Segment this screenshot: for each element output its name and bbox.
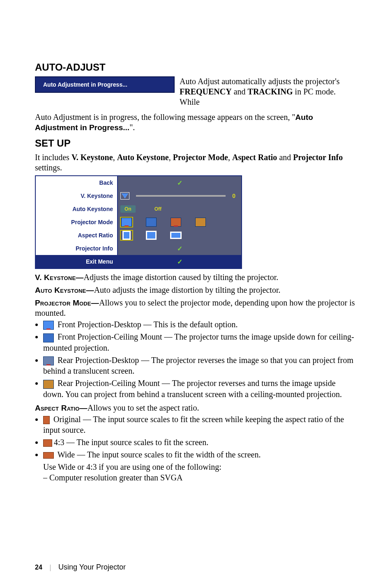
auto-adjust-lead-text: Auto Adjust automatically adjusts the pr… xyxy=(180,76,357,107)
menu-row-projector-mode[interactable]: Projector Mode xyxy=(36,216,241,229)
menu-label-exit: Exit Menu xyxy=(36,255,118,268)
auto-adjust-row: Auto Adjustment in Progress... Auto Adju… xyxy=(35,76,357,110)
def-autokeystone: Auto Keystone—Auto adjusts the image dis… xyxy=(35,285,357,295)
text: Front Projection-Ceiling Mount — The pro… xyxy=(43,332,354,352)
menu-row-exit[interactable]: Exit Menu xyxy=(36,255,241,268)
list-item: 4:3 — The input source scales to fit the… xyxy=(43,437,357,448)
def-label: V. Keystone— xyxy=(35,273,84,282)
list-item: Rear Projection-Ceiling Mount — The proj… xyxy=(43,378,357,399)
menu-row-back[interactable]: Back xyxy=(36,176,241,189)
front-ceiling-icon xyxy=(43,333,54,342)
mode-front-desktop-icon[interactable] xyxy=(120,217,133,227)
footer-label: Using Your Projector xyxy=(58,563,126,572)
menu-row-autokeystone[interactable]: Auto Keystone On Off xyxy=(36,202,241,216)
projector-mode-list: Front Projection-Desktop — This is the d… xyxy=(35,319,357,400)
text: Aspect Ratio xyxy=(232,153,277,162)
def-label: Auto Keystone— xyxy=(35,286,94,294)
tail-text-2: – Computer resolution greater than SVGA xyxy=(43,472,357,483)
def-label: Projector Mode— xyxy=(35,299,99,307)
page-footer: 24 | Using Your Projector xyxy=(35,563,126,572)
text: Projector Info xyxy=(293,153,343,162)
ar-original-icon xyxy=(43,416,50,424)
ar-wide-icon[interactable] xyxy=(170,230,182,240)
text: Auto Adjust automatically adjusts the pr… xyxy=(180,77,340,86)
page: AUTO-ADJUST Auto Adjustment in Progress.… xyxy=(0,0,392,588)
slider-value: 0 xyxy=(232,193,235,199)
menu-row-vkeystone[interactable]: V. Keystone 0 xyxy=(36,189,241,202)
footer-separator: | xyxy=(50,564,51,571)
rear-ceiling-icon xyxy=(43,380,54,389)
front-desktop-icon xyxy=(43,321,54,330)
text-frequency: FREQUENCY xyxy=(180,87,232,96)
text: Rear Projection-Desktop — The projector … xyxy=(43,356,353,375)
text: and xyxy=(232,87,248,96)
text: Original — The input source scales to fi… xyxy=(43,415,344,434)
menu-label-vkeystone: V. Keystone xyxy=(36,189,118,202)
setup-intro: It includes V. Keystone, Auto Keystone, … xyxy=(35,152,357,173)
text: Projector Mode xyxy=(173,153,228,162)
ar-wide-icon xyxy=(43,452,54,459)
text: settings. xyxy=(35,163,62,172)
def-text: Auto adjusts the image distortion by til… xyxy=(94,285,281,294)
def-text: Allows you to set the aspect ratio. xyxy=(88,403,199,412)
menu-row-aspect-ratio[interactable]: Aspect Ratio xyxy=(36,229,241,242)
aspect-ratio-list: Original — The input source scales to fi… xyxy=(35,414,357,483)
menu-label-projector-info: Projector Info xyxy=(36,242,118,255)
text-tracking: TRACKING xyxy=(248,87,293,96)
check-icon xyxy=(120,245,239,253)
text: Front Projection-Desktop — This is the d… xyxy=(58,320,238,329)
menu-label-projector-mode: Projector Mode xyxy=(36,216,118,229)
text: 4:3 — The input source scales to fit the… xyxy=(54,438,208,447)
list-item: Front Projection-Desktop — This is the d… xyxy=(43,319,357,330)
mode-front-ceiling-icon[interactable] xyxy=(145,217,157,227)
menu-label-autokeystone: Auto Keystone xyxy=(36,202,118,216)
text: V. Keystone xyxy=(71,153,113,162)
mode-rear-ceiling-icon[interactable] xyxy=(194,217,207,227)
ar-4-3-icon[interactable] xyxy=(145,230,157,240)
slider-track[interactable] xyxy=(136,195,226,197)
text: and xyxy=(277,153,293,162)
text: It includes xyxy=(35,153,71,162)
osd-menu: Back V. Keystone 0 Auto Keystone On Off … xyxy=(35,175,242,269)
def-vkeystone: V. Keystone—Adjusts the image distortion… xyxy=(35,272,357,283)
text: ". xyxy=(129,123,135,132)
list-item: Front Projection-Ceiling Mount — The pro… xyxy=(43,331,357,353)
text: Auto Adjustment is in progress, the foll… xyxy=(35,113,295,122)
heading-auto-adjust: AUTO-ADJUST xyxy=(35,62,357,73)
menu-label-back: Back xyxy=(36,176,118,189)
list-item: Original — The input source scales to fi… xyxy=(43,414,357,435)
list-item: Wide — The input source scales to fit th… xyxy=(43,449,357,483)
list-item: Rear Projection-Desktop — The projector … xyxy=(43,355,357,376)
check-icon xyxy=(120,258,239,266)
text: Auto Keystone xyxy=(117,153,169,162)
ar-original-icon[interactable] xyxy=(120,230,133,240)
mode-rear-desktop-icon[interactable] xyxy=(170,217,182,227)
text: Rear Projection-Ceiling Mount — The proj… xyxy=(43,379,342,398)
rear-desktop-icon xyxy=(43,356,54,365)
def-label: Aspect Ratio— xyxy=(35,404,88,412)
heading-set-up: SET UP xyxy=(35,138,357,149)
keystone-icon xyxy=(120,192,129,200)
text: Wide — The input source scales to fit th… xyxy=(58,450,261,459)
def-aspect-ratio: Aspect Ratio—Allows you to set the aspec… xyxy=(35,403,357,413)
def-text: Adjusts the image distortion caused by t… xyxy=(84,273,279,282)
menu-label-aspect-ratio: Aspect Ratio xyxy=(36,229,118,242)
def-projector-mode: Projector Mode—Allows you to select the … xyxy=(35,298,357,318)
page-number: 24 xyxy=(35,564,42,571)
tail-text-1: Use Wide or 4:3 if you are using one of … xyxy=(43,462,357,472)
progress-dialog: Auto Adjustment in Progress... xyxy=(35,76,175,93)
ar-4-3-icon xyxy=(43,439,52,447)
menu-row-projector-info[interactable]: Projector Info xyxy=(36,242,241,255)
option-off[interactable]: Off xyxy=(154,206,161,212)
check-icon xyxy=(120,179,239,187)
auto-adjust-continuation: Auto Adjustment is in progress, the foll… xyxy=(35,112,357,133)
option-on[interactable]: On xyxy=(120,205,136,213)
